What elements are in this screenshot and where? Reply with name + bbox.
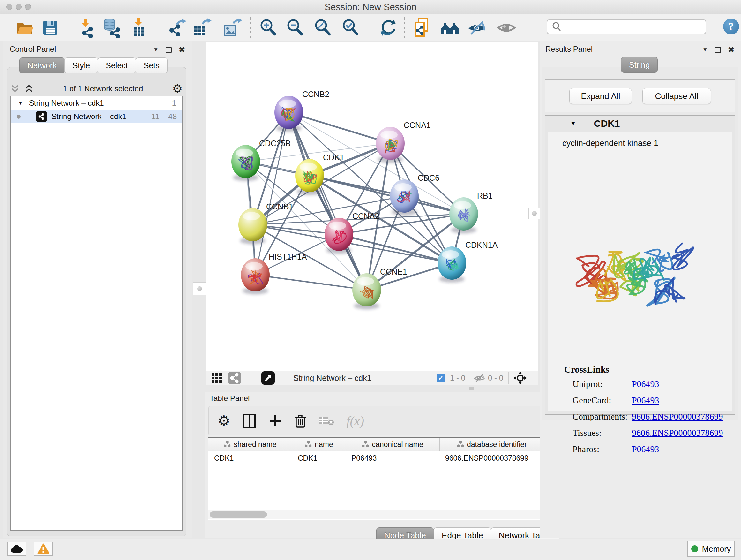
network-edge-count: 48 (168, 112, 177, 121)
import-network-from-database-icon[interactable] (101, 17, 122, 38)
network-options-gear-icon[interactable]: ⚙ (172, 83, 183, 95)
control-panel-close-icon[interactable]: ✖ (179, 45, 185, 54)
search-input[interactable] (563, 22, 705, 32)
network-node-CDK1[interactable] (295, 159, 324, 195)
network-node-CCNB2[interactable] (274, 96, 303, 132)
table-options-gear-icon[interactable]: ⚙ (218, 414, 230, 428)
network-edge-CDK1-RB1[interactable] (310, 176, 464, 214)
network-graph[interactable]: CCNB2CCNA1CDC25BCDK1CDC6RB1CCNB1CCNA2CDK… (206, 42, 538, 371)
right-splitter-handle[interactable] (529, 207, 540, 219)
column-header-shared-name[interactable]: shared name (208, 438, 292, 451)
horizontal-splitter-handle[interactable] (469, 387, 474, 390)
save-session-icon[interactable] (40, 17, 61, 38)
refresh-icon[interactable] (378, 17, 398, 38)
section-name: CDK1 (594, 118, 620, 129)
add-column-icon[interactable] (268, 414, 282, 428)
collapse-all-button[interactable]: Collapse All (643, 88, 711, 104)
zoom-fit-icon[interactable] (313, 17, 333, 38)
left-splitter-handle[interactable] (193, 282, 206, 295)
section-collapse-icon[interactable]: ▼ (570, 120, 576, 127)
tab-sets[interactable]: Sets (136, 57, 167, 73)
network-share-view-icon[interactable] (227, 371, 242, 385)
results-panel-float-icon[interactable] (715, 47, 721, 53)
node-result-section: ▼ CDK1 cyclin-dependent kinase 1 CrossLi… (545, 115, 735, 415)
crosslink-link[interactable]: P06493 (632, 444, 659, 454)
open-in-new-window-icon[interactable] (261, 371, 275, 385)
show-columns-icon[interactable] (242, 413, 256, 428)
fit-content-crosshair-icon[interactable] (513, 371, 528, 385)
expand-all-button[interactable]: Expand All (569, 88, 632, 104)
network-node-CCNA2[interactable] (325, 218, 353, 254)
tab-network[interactable]: Network (19, 57, 65, 73)
tab-string[interactable]: String (621, 57, 658, 73)
new-network-from-selection-icon[interactable] (412, 17, 432, 38)
table-cell[interactable]: CDK1 (292, 451, 346, 465)
network-node-CDKN1A[interactable] (437, 246, 466, 283)
collection-expand-icon[interactable]: ▼ (18, 100, 23, 106)
results-panel-menu-icon[interactable]: ▼ (702, 47, 708, 53)
control-panel-menu-icon[interactable]: ▼ (153, 47, 158, 53)
column-header-database-identifier[interactable]: database identifier (440, 438, 544, 451)
import-network-icon[interactable] (76, 17, 96, 38)
hidden-eye-slash-icon[interactable] (473, 371, 485, 385)
status-bar: Memory (0, 539, 741, 560)
network-view-canvas[interactable]: CCNB2CCNA1CDC25BCDK1CDC6RB1CCNB1CCNA2CDK… (206, 42, 538, 371)
selected-checkbox-icon[interactable]: ✓ (436, 371, 445, 385)
cloud-button[interactable] (7, 542, 26, 556)
network-node-CDC6[interactable] (390, 179, 419, 215)
hide-selected-eye-slash-icon[interactable] (467, 17, 487, 38)
scrollbar-thumb[interactable] (210, 511, 267, 517)
crosslink-label: Tissues: (572, 428, 632, 438)
search-field[interactable] (547, 19, 706, 34)
crosslink-link[interactable]: P06493 (632, 379, 659, 389)
column-header-name[interactable]: name (292, 438, 346, 451)
help-button[interactable]: ? (723, 18, 739, 35)
memory-label: Memory (702, 544, 731, 554)
memory-status-dot (691, 545, 698, 552)
export-table-icon[interactable] (192, 17, 212, 38)
section-header[interactable]: ▼ CDK1 (545, 116, 735, 132)
column-header-canonical-name[interactable]: canonical name (346, 438, 440, 451)
tab-style[interactable]: Style (64, 57, 98, 73)
memory-button[interactable]: Memory (687, 541, 735, 557)
delete-column-trash-icon[interactable] (294, 414, 307, 428)
network-edge-CCNB2-CCNE1[interactable] (289, 112, 367, 290)
node-label-HIST1H1A: HIST1H1A (269, 252, 307, 261)
control-panel-float-icon[interactable] (165, 47, 172, 53)
table-cell[interactable]: 9606.ENSP00000378699 (440, 451, 544, 465)
birds-eye-view-icon[interactable] (210, 371, 224, 385)
export-image-icon[interactable] (222, 17, 242, 38)
crosslink-link[interactable]: 9606.ENSP00000378699 (632, 428, 723, 438)
collapse-all-chevron-icon[interactable] (10, 84, 20, 93)
network-node-RB1[interactable] (449, 197, 478, 233)
crosslink-link[interactable]: 9606.ENSP00000378699 (632, 412, 723, 422)
zoom-in-icon[interactable] (258, 17, 279, 38)
show-all-eye-icon[interactable] (496, 17, 517, 38)
crosslink-link[interactable]: P06493 (632, 395, 659, 406)
zoom-selected-icon[interactable] (340, 17, 361, 38)
node-label-CCNA2: CCNA2 (352, 212, 380, 221)
network-row-selected[interactable]: String Network – cdk1 11 48 (11, 110, 182, 123)
open-session-icon[interactable] (14, 17, 35, 38)
warning-button[interactable] (34, 542, 53, 556)
network-node-CCNE1[interactable] (352, 273, 381, 309)
tab-select[interactable]: Select (98, 57, 136, 73)
network-node-count: 11 (151, 112, 159, 121)
column-label: database identifier (467, 440, 527, 449)
network-node-CCNA1[interactable] (376, 127, 405, 163)
table-cell[interactable]: P06493 (346, 451, 440, 465)
network-node-HIST1H1A[interactable] (241, 258, 270, 294)
zoom-out-icon[interactable] (285, 17, 306, 38)
network-edge-CCNB2-CCNA1[interactable] (289, 112, 390, 143)
export-network-icon[interactable] (167, 17, 188, 38)
network-node-CCNB1[interactable] (239, 208, 267, 244)
expand-all-chevron-icon[interactable] (24, 84, 34, 93)
first-neighbors-icon[interactable] (440, 17, 460, 38)
network-collection-row[interactable]: ▼ String Network – cdk1 1 (11, 97, 182, 110)
import-table-icon[interactable] (129, 17, 149, 38)
network-edge-HIST1H1A-CCNE1[interactable] (255, 275, 367, 290)
results-panel-close-icon[interactable]: ✖ (728, 45, 734, 54)
network-node-CDC25B[interactable] (231, 145, 260, 181)
table-cell[interactable]: CDK1 (208, 451, 292, 465)
network-edge-CCNB2-HIST1H1A[interactable] (255, 112, 289, 275)
